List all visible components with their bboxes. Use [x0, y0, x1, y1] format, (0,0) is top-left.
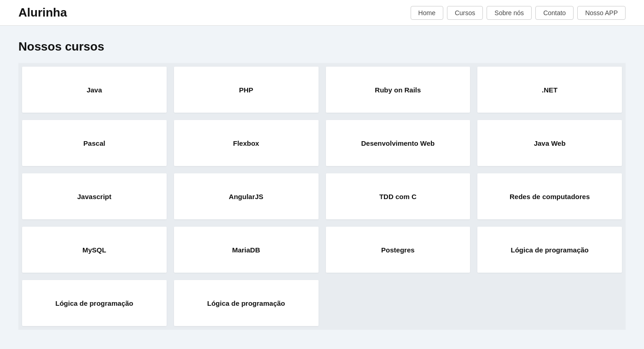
site-title: Alurinha	[18, 6, 67, 20]
course-name-16: Lógica de programação	[51, 295, 138, 312]
course-card-15[interactable]: Lógica de programação	[477, 227, 622, 273]
course-card-13[interactable]: MariaDB	[174, 227, 319, 273]
course-name-11: Redes de computadores	[505, 188, 594, 205]
nav-button-cursos[interactable]: Cursos	[447, 6, 483, 20]
course-name-2: Ruby on Rails	[370, 81, 425, 98]
main-nav: HomeCursosSobre nósContatoNosso APP	[411, 6, 626, 20]
course-card-8[interactable]: Javascript	[22, 173, 167, 219]
course-card-5[interactable]: Flexbox	[174, 120, 319, 166]
course-card-3[interactable]: .NET	[477, 67, 622, 113]
course-name-0: Java	[82, 81, 106, 98]
page-content: Nossos cursos JavaPHPRuby on Rails.NETPa…	[0, 26, 644, 343]
nav-button-nosso-app[interactable]: Nosso APP	[577, 6, 626, 20]
nav-button-sobre-nós[interactable]: Sobre nós	[487, 6, 532, 20]
course-name-3: .NET	[537, 81, 562, 98]
course-name-17: Lógica de programação	[203, 295, 290, 312]
course-card-4[interactable]: Pascal	[22, 120, 167, 166]
course-card-7[interactable]: Java Web	[477, 120, 622, 166]
site-header: Alurinha HomeCursosSobre nósContatoNosso…	[0, 0, 644, 26]
course-card-1[interactable]: PHP	[174, 67, 319, 113]
course-card-17[interactable]: Lógica de programação	[174, 280, 319, 326]
section-title: Nossos cursos	[18, 40, 626, 54]
courses-grid: JavaPHPRuby on Rails.NETPascalFlexboxDes…	[18, 63, 626, 330]
course-card-16[interactable]: Lógica de programação	[22, 280, 167, 326]
course-name-15: Lógica de programação	[506, 241, 593, 258]
nav-button-home[interactable]: Home	[411, 6, 443, 20]
course-name-8: Javascript	[73, 188, 116, 205]
course-name-10: TDD com C	[375, 188, 421, 205]
course-card-11[interactable]: Redes de computadores	[477, 173, 622, 219]
nav-button-contato[interactable]: Contato	[535, 6, 574, 20]
course-card-6[interactable]: Desenvolvimento Web	[326, 120, 470, 166]
course-card-2[interactable]: Ruby on Rails	[326, 67, 470, 113]
course-name-4: Pascal	[79, 135, 110, 152]
course-name-1: PHP	[234, 81, 258, 98]
course-card-14[interactable]: Postegres	[326, 227, 470, 273]
course-card-0[interactable]: Java	[22, 67, 167, 113]
course-name-13: MariaDB	[227, 241, 265, 258]
course-card-10[interactable]: TDD com C	[326, 173, 470, 219]
course-card-12[interactable]: MySQL	[22, 227, 167, 273]
course-name-5: Flexbox	[228, 135, 264, 152]
course-card-9[interactable]: AngularJS	[174, 173, 319, 219]
course-name-12: MySQL	[78, 241, 111, 258]
course-name-7: Java Web	[529, 135, 570, 152]
course-name-14: Postegres	[377, 241, 419, 258]
course-name-6: Desenvolvimento Web	[356, 135, 439, 152]
course-name-9: AngularJS	[224, 188, 268, 205]
